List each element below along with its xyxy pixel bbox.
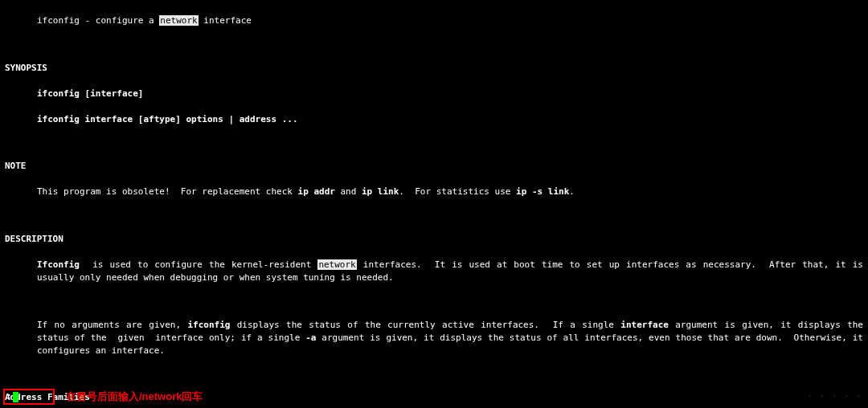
name-line: ifconfig - configure a network interface	[5, 14, 863, 27]
text-cursor	[13, 392, 18, 402]
name-pre: ifconfig - configure a	[37, 15, 159, 26]
section-note: NOTE	[5, 160, 863, 173]
search-highlight: network	[159, 15, 198, 26]
search-highlight: network	[317, 259, 356, 270]
watermark: · · · · ·	[806, 390, 862, 403]
synopsis-line-2: ifconfig interface [aftype] options | ad…	[5, 113, 863, 126]
note-line: This program is obsolete! For replacemen…	[5, 186, 863, 198]
section-description: DESCRIPTION	[5, 233, 863, 246]
name-post: interface	[199, 15, 252, 26]
prompt-colon: :	[6, 390, 12, 403]
description-p2: If no arguments are given, ifconfig disp…	[5, 319, 863, 357]
description-p1: Ifconfig is used to configure the kernel…	[5, 259, 863, 284]
section-synopsis: SYNOPSIS	[5, 62, 863, 75]
manpage-viewport[interactable]: ifconfig - configure a network interface…	[0, 0, 868, 408]
synopsis-line-1: ifconfig [interface]	[5, 88, 863, 100]
search-input-box[interactable]: :	[3, 389, 55, 405]
pager-status-line[interactable]: : 在冒号后面输入/network回车	[3, 389, 863, 405]
annotation-hint: 在冒号后面输入/network回车	[66, 390, 203, 405]
